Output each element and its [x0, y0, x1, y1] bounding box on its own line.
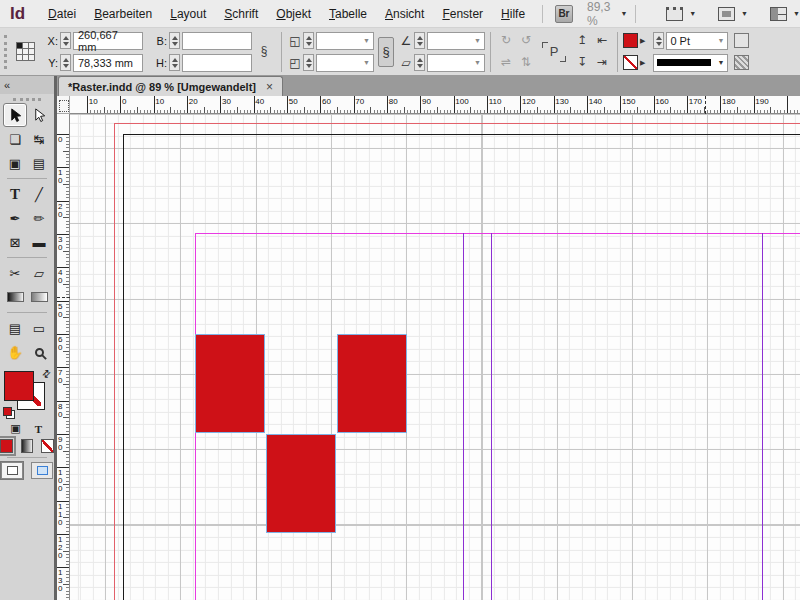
rotate-ccw-button[interactable]: ↺: [516, 31, 536, 50]
document-canvas[interactable]: [70, 114, 800, 600]
menu-fenster[interactable]: Fenster: [433, 2, 492, 26]
selection-tool[interactable]: [3, 103, 27, 127]
apply-color-button[interactable]: [0, 439, 13, 453]
pen-tool[interactable]: ✒: [3, 206, 27, 230]
x-stepper[interactable]: [60, 32, 71, 49]
zoom-level-control[interactable]: 89,3 % ▼: [587, 0, 627, 28]
screen-mode-menu-button[interactable]: ▼: [718, 7, 748, 21]
frame-tool[interactable]: ⊠: [3, 230, 27, 254]
h-ruler-label: 60: [322, 97, 331, 106]
apply-none-button[interactable]: [41, 439, 54, 453]
height-field[interactable]: [182, 54, 252, 72]
line-tool[interactable]: ╱: [27, 182, 51, 206]
scissors-tool[interactable]: ✂: [3, 261, 27, 285]
pencil-tool[interactable]: ✏: [27, 206, 51, 230]
stroke-type-dropdown[interactable]: ▼: [653, 54, 728, 72]
bridge-button[interactable]: Br: [555, 5, 573, 23]
height-stepper[interactable]: [169, 54, 180, 71]
tools-panel: « ❏↹▣▤T╱✒✏⊠▬✂▱▤▭✋ ⇄ ▣ T: [0, 76, 57, 600]
shear-stepper[interactable]: [414, 54, 425, 71]
gradient-feather-tool[interactable]: [27, 285, 51, 309]
corner-options-button[interactable]: [734, 33, 749, 48]
menu-ansicht[interactable]: Ansicht: [376, 2, 433, 26]
apply-gradient-button[interactable]: [21, 439, 34, 453]
scale-x-stepper[interactable]: [303, 32, 314, 49]
menu-hilfe[interactable]: Hilfe: [492, 2, 534, 26]
select-previous-button[interactable]: ⇤: [592, 31, 612, 50]
scale-x-dropdown[interactable]: ▼: [316, 32, 374, 50]
collapse-panel-icon[interactable]: «: [4, 79, 10, 91]
page-edge-h: [123, 134, 800, 135]
menu-tabelle[interactable]: Tabelle: [320, 2, 376, 26]
scale-y-stepper[interactable]: [303, 54, 314, 71]
formatting-affects-text-button[interactable]: T: [31, 421, 46, 436]
fill-flyout-icon[interactable]: ▶: [640, 37, 645, 45]
constrain-dimensions-icon[interactable]: §: [254, 42, 274, 61]
document-layout-menu-button[interactable]: ▼: [666, 7, 696, 21]
stroke-weight-dropdown[interactable]: 0 Pt ▼: [666, 32, 728, 50]
width-stepper[interactable]: [169, 32, 180, 49]
width-field[interactable]: [182, 32, 252, 50]
ruler-origin-box[interactable]: [57, 96, 70, 114]
type-tool[interactable]: T: [3, 182, 27, 206]
red-frame-bottom-center[interactable]: [266, 434, 336, 533]
tools-panel-grip[interactable]: [13, 98, 41, 101]
fill-color-swatch[interactable]: [623, 33, 638, 48]
effects-button[interactable]: [734, 55, 749, 70]
link-scale-button[interactable]: §: [378, 37, 394, 67]
fill-swatch[interactable]: [4, 371, 34, 401]
content-placer-tool[interactable]: ▤: [27, 151, 51, 175]
stroke-color-swatch[interactable]: [623, 55, 638, 70]
vertical-ruler[interactable]: 01 02 03 04 05 06 07 08 09 01 0 01 1 01 …: [57, 114, 70, 600]
swap-fill-stroke-icon[interactable]: ⇄: [39, 367, 53, 381]
normal-view-button[interactable]: [1, 462, 23, 479]
margin-guide-h: [195, 233, 800, 234]
direct-selection-tool[interactable]: [27, 103, 51, 127]
y-stepper[interactable]: [60, 54, 71, 71]
close-tab-icon[interactable]: ×: [266, 80, 273, 94]
stroke-weight-stepper[interactable]: [653, 32, 664, 49]
shear-dropdown[interactable]: ▼: [427, 54, 485, 72]
red-frame-top-left[interactable]: [195, 334, 265, 433]
h-ruler-label: 160: [655, 97, 668, 106]
select-next-button[interactable]: ⇥: [592, 53, 612, 72]
rectangle-tool[interactable]: ▬: [27, 230, 51, 254]
gradient-tool[interactable]: [3, 285, 27, 309]
select-container-button[interactable]: ↥: [572, 31, 592, 50]
content-grabber-button[interactable]: P: [542, 40, 566, 64]
select-content-button[interactable]: ↧: [572, 53, 592, 72]
page-tool[interactable]: ❏: [3, 127, 27, 151]
measure-tool[interactable]: ▭: [27, 316, 51, 340]
gap-tool[interactable]: ↹: [27, 127, 51, 151]
free-transform-tool[interactable]: ▱: [27, 261, 51, 285]
menu-datei[interactable]: Datei: [39, 2, 85, 26]
rotate-cw-button[interactable]: ↻: [496, 31, 516, 50]
red-frame-top-right[interactable]: [337, 334, 407, 433]
content-collector-tool[interactable]: ▣: [3, 151, 27, 175]
hand-tool[interactable]: ✋: [3, 340, 27, 364]
flip-vertical-button[interactable]: ⇅: [516, 53, 536, 72]
menu-objekt[interactable]: Objekt: [267, 2, 320, 26]
workspace-menu-button[interactable]: ▼: [770, 7, 800, 21]
note-tool[interactable]: ▤: [3, 316, 27, 340]
rotation-stepper[interactable]: [414, 32, 425, 49]
x-position-field[interactable]: 260,667 mm: [73, 32, 143, 50]
default-fill-stroke-icon[interactable]: [3, 407, 12, 416]
stroke-flyout-icon[interactable]: ▶: [640, 59, 645, 67]
control-bar-grip[interactable]: [4, 35, 9, 69]
scale-y-dropdown[interactable]: ▼: [316, 54, 374, 72]
document-tab[interactable]: *Raster.indd @ 89 % [Umgewandelt] ×: [58, 76, 283, 96]
rotation-dropdown[interactable]: ▼: [427, 32, 485, 50]
horizontal-ruler[interactable]: 1001020304050607080901001101201301401501…: [70, 96, 800, 114]
menu-schrift[interactable]: Schrift: [215, 2, 267, 26]
zoom-tool[interactable]: [27, 340, 51, 364]
formatting-affects-container-button[interactable]: ▣: [8, 421, 23, 436]
reference-point-proxy[interactable]: [16, 43, 34, 61]
preview-view-button[interactable]: [31, 462, 53, 479]
flip-horizontal-button[interactable]: ⇌: [496, 53, 516, 72]
tools-panel-header[interactable]: «: [0, 76, 54, 94]
menu-layout[interactable]: Layout: [161, 2, 215, 26]
zoom-level-value: 89,3 %: [587, 0, 614, 28]
menu-bearbeiten[interactable]: Bearbeiten: [85, 2, 161, 26]
y-position-field[interactable]: 78,333 mm: [73, 54, 143, 72]
